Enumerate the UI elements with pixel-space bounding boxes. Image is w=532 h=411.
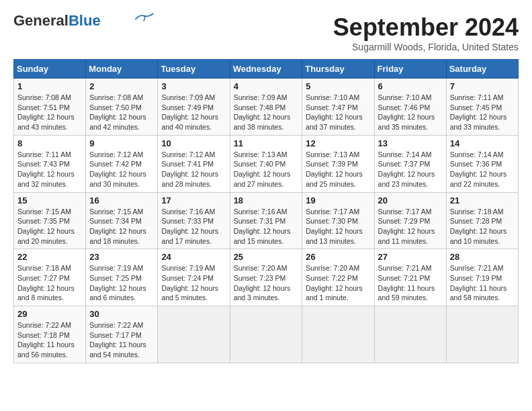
- calendar-day-cell: 24 Sunrise: 7:19 AM Sunset: 7:24 PM Dayl…: [158, 249, 230, 306]
- logo: GeneralBlue: [13, 13, 154, 28]
- day-number: 4: [234, 81, 299, 91]
- calendar-day-cell: 21 Sunrise: 7:18 AM Sunset: 7:28 PM Dayl…: [446, 192, 518, 249]
- daylight-label: Daylight: 12 hours and 11 minutes.: [378, 227, 435, 245]
- calendar-day-header: Thursday: [302, 60, 374, 79]
- sunrise-label: Sunrise: 7:10 AM: [378, 93, 432, 101]
- calendar-day-cell: 7 Sunrise: 7:11 AM Sunset: 7:45 PM Dayli…: [446, 79, 518, 136]
- sunrise-label: Sunrise: 7:17 AM: [378, 208, 432, 216]
- calendar-day-cell: 16 Sunrise: 7:15 AM Sunset: 7:34 PM Dayl…: [86, 192, 158, 249]
- sunrise-label: Sunrise: 7:20 AM: [234, 264, 287, 272]
- day-number: 19: [306, 195, 370, 205]
- calendar-day-header: Friday: [374, 60, 446, 79]
- sunrise-label: Sunrise: 7:20 AM: [306, 264, 359, 272]
- calendar-day-cell: 19 Sunrise: 7:17 AM Sunset: 7:30 PM Dayl…: [302, 192, 374, 249]
- calendar-day-header: Wednesday: [230, 60, 302, 79]
- sunset-label: Sunset: 7:35 PM: [17, 217, 70, 225]
- sunrise-label: Sunrise: 7:22 AM: [17, 321, 71, 329]
- sunrise-label: Sunrise: 7:08 AM: [17, 93, 71, 101]
- day-number: 22: [17, 252, 82, 262]
- day-detail: Sunrise: 7:21 AM Sunset: 7:19 PM Dayligh…: [450, 263, 515, 303]
- sunrise-label: Sunrise: 7:15 AM: [89, 208, 143, 216]
- day-detail: Sunrise: 7:11 AM Sunset: 7:45 PM Dayligh…: [450, 93, 515, 132]
- calendar-day-cell: 9 Sunrise: 7:12 AM Sunset: 7:42 PM Dayli…: [86, 135, 158, 192]
- daylight-label: Daylight: 12 hours and 18 minutes.: [89, 227, 146, 245]
- day-detail: Sunrise: 7:19 AM Sunset: 7:25 PM Dayligh…: [89, 263, 154, 303]
- calendar-day-header: Monday: [86, 60, 158, 79]
- sunrise-label: Sunrise: 7:12 AM: [89, 150, 143, 158]
- calendar-day-cell: 22 Sunrise: 7:18 AM Sunset: 7:27 PM Dayl…: [14, 249, 86, 306]
- day-number: 16: [89, 195, 154, 205]
- day-number: 18: [234, 195, 299, 205]
- calendar-day-cell: 25 Sunrise: 7:20 AM Sunset: 7:23 PM Dayl…: [230, 249, 302, 306]
- sunrise-label: Sunrise: 7:12 AM: [161, 150, 215, 158]
- sunset-label: Sunset: 7:45 PM: [450, 103, 502, 111]
- calendar-day-cell: 6 Sunrise: 7:10 AM Sunset: 7:46 PM Dayli…: [374, 79, 446, 136]
- day-detail: Sunrise: 7:17 AM Sunset: 7:30 PM Dayligh…: [306, 207, 370, 246]
- calendar-day-cell: 26 Sunrise: 7:20 AM Sunset: 7:22 PM Dayl…: [302, 249, 374, 306]
- calendar-day-cell: 23 Sunrise: 7:19 AM Sunset: 7:25 PM Dayl…: [86, 249, 158, 306]
- calendar-week-row: 29 Sunrise: 7:22 AM Sunset: 7:18 PM Dayl…: [14, 306, 519, 363]
- daylight-label: Daylight: 12 hours and 6 minutes.: [89, 284, 146, 302]
- calendar-day-cell: 27 Sunrise: 7:21 AM Sunset: 7:21 PM Dayl…: [374, 249, 446, 306]
- day-detail: Sunrise: 7:18 AM Sunset: 7:28 PM Dayligh…: [450, 207, 515, 246]
- sunset-label: Sunset: 7:24 PM: [161, 274, 214, 282]
- sunrise-label: Sunrise: 7:16 AM: [161, 208, 215, 216]
- sunset-label: Sunset: 7:22 PM: [306, 274, 358, 282]
- day-detail: Sunrise: 7:15 AM Sunset: 7:35 PM Dayligh…: [17, 207, 82, 246]
- daylight-label: Daylight: 12 hours and 17 minutes.: [161, 227, 218, 245]
- calendar-day-cell: 20 Sunrise: 7:17 AM Sunset: 7:29 PM Dayl…: [374, 192, 446, 249]
- sunrise-label: Sunrise: 7:18 AM: [17, 264, 71, 272]
- day-number: 26: [306, 252, 370, 262]
- sunrise-label: Sunrise: 7:11 AM: [17, 150, 71, 158]
- day-number: 6: [378, 81, 443, 91]
- sunrise-label: Sunrise: 7:15 AM: [17, 208, 71, 216]
- day-detail: Sunrise: 7:13 AM Sunset: 7:40 PM Dayligh…: [234, 150, 299, 189]
- sunrise-label: Sunrise: 7:21 AM: [450, 264, 504, 272]
- calendar-day-cell: 5 Sunrise: 7:10 AM Sunset: 7:47 PM Dayli…: [302, 79, 374, 136]
- calendar-header-row: SundayMondayTuesdayWednesdayThursdayFrid…: [14, 60, 519, 79]
- logo-blue: Blue: [69, 12, 101, 29]
- daylight-label: Daylight: 12 hours and 8 minutes.: [17, 284, 75, 302]
- logo-bird-icon: [134, 11, 154, 25]
- day-detail: Sunrise: 7:12 AM Sunset: 7:41 PM Dayligh…: [161, 150, 226, 189]
- day-detail: Sunrise: 7:10 AM Sunset: 7:46 PM Dayligh…: [378, 93, 443, 132]
- day-number: 2: [89, 81, 154, 91]
- sunrise-label: Sunrise: 7:10 AM: [306, 93, 359, 101]
- sunset-label: Sunset: 7:29 PM: [378, 217, 431, 225]
- sunset-label: Sunset: 7:42 PM: [89, 160, 142, 168]
- daylight-label: Daylight: 12 hours and 20 minutes.: [17, 227, 75, 245]
- calendar-week-row: 8 Sunrise: 7:11 AM Sunset: 7:43 PM Dayli…: [14, 135, 519, 192]
- day-number: 29: [17, 309, 82, 319]
- daylight-label: Daylight: 12 hours and 22 minutes.: [450, 170, 507, 188]
- day-number: 5: [306, 81, 370, 91]
- calendar-day-cell: [446, 306, 518, 363]
- daylight-label: Daylight: 11 hours and 58 minutes.: [450, 284, 507, 302]
- daylight-label: Daylight: 12 hours and 1 minute.: [306, 284, 363, 302]
- sunrise-label: Sunrise: 7:14 AM: [378, 150, 432, 158]
- day-detail: Sunrise: 7:18 AM Sunset: 7:27 PM Dayligh…: [17, 263, 82, 303]
- day-number: 1: [17, 81, 82, 91]
- day-detail: Sunrise: 7:12 AM Sunset: 7:42 PM Dayligh…: [89, 150, 154, 189]
- sunset-label: Sunset: 7:31 PM: [234, 217, 286, 225]
- day-number: 3: [161, 81, 226, 91]
- day-detail: Sunrise: 7:16 AM Sunset: 7:31 PM Dayligh…: [234, 207, 299, 246]
- day-number: 30: [89, 309, 154, 319]
- calendar-day-header: Saturday: [446, 60, 518, 79]
- day-number: 12: [306, 138, 370, 148]
- calendar-day-cell: 4 Sunrise: 7:09 AM Sunset: 7:48 PM Dayli…: [230, 79, 302, 136]
- sunrise-label: Sunrise: 7:09 AM: [161, 93, 215, 101]
- day-detail: Sunrise: 7:11 AM Sunset: 7:43 PM Dayligh…: [17, 150, 82, 189]
- sunset-label: Sunset: 7:39 PM: [306, 160, 358, 168]
- sunset-label: Sunset: 7:37 PM: [378, 160, 431, 168]
- daylight-label: Daylight: 12 hours and 32 minutes.: [17, 170, 75, 188]
- day-number: 27: [378, 252, 443, 262]
- sunset-label: Sunset: 7:48 PM: [234, 103, 286, 111]
- sunrise-label: Sunrise: 7:22 AM: [89, 321, 143, 329]
- daylight-label: Daylight: 11 hours and 56 minutes.: [17, 340, 75, 359]
- day-detail: Sunrise: 7:22 AM Sunset: 7:18 PM Dayligh…: [17, 320, 82, 360]
- day-number: 10: [161, 138, 226, 148]
- calendar-day-cell: 14 Sunrise: 7:14 AM Sunset: 7:36 PM Dayl…: [446, 135, 518, 192]
- calendar-week-row: 15 Sunrise: 7:15 AM Sunset: 7:35 PM Dayl…: [14, 192, 519, 249]
- daylight-label: Daylight: 11 hours and 59 minutes.: [378, 284, 435, 302]
- daylight-label: Daylight: 12 hours and 13 minutes.: [306, 227, 363, 245]
